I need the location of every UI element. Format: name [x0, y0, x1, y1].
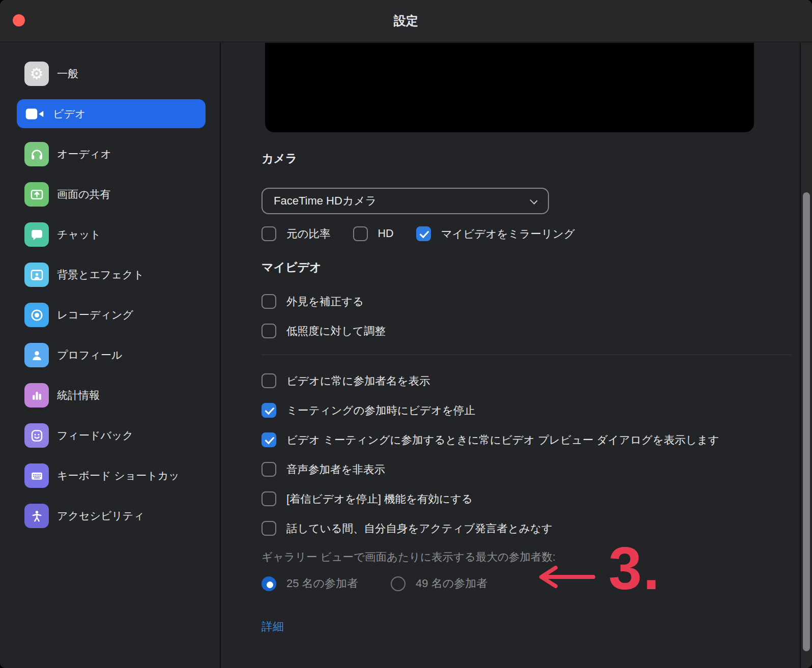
sidebar-item-chat[interactable]: チャット	[17, 222, 206, 247]
sidebar-item-label: 一般	[57, 67, 78, 81]
window-title: 設定	[394, 13, 418, 29]
sidebar-item-label: プロフィール	[57, 348, 122, 362]
gallery-radio-group: 25 名の参加者 49 名の参加者	[262, 576, 794, 591]
annotation-step-number: 3.	[608, 538, 660, 598]
camera-section-title: カメラ	[262, 151, 794, 166]
video-preview	[265, 43, 754, 132]
sidebar-item-keyboard-shortcuts[interactable]: キーボード ショートカッ	[17, 463, 206, 488]
sidebar-item-video[interactable]: ビデオ	[17, 99, 206, 128]
sidebar-item-accessibility[interactable]: アクセシビリティ	[17, 504, 206, 528]
checkbox[interactable]	[262, 226, 276, 241]
sidebar-item-label: ビデオ	[53, 107, 85, 121]
sidebar: ⚙︎ 一般 ビデオ オーディオ 画面の共有 チャット	[0, 43, 221, 668]
sidebar-item-statistics[interactable]: 統計情報	[17, 383, 206, 408]
checkbox[interactable]	[262, 521, 276, 536]
section-divider	[262, 355, 792, 355]
checkbox-spotlight-when-speaking[interactable]: 話している間、自分自身をアクティブ発言者とみなす	[262, 520, 794, 536]
checkbox-stop-incoming-video[interactable]: [着信ビデオを停止] 機能を有効にする	[262, 491, 794, 506]
checkbox[interactable]	[262, 403, 276, 418]
checkbox-always-show-names[interactable]: ビデオに常に参加者名を表示	[262, 373, 794, 388]
gear-icon: ⚙︎	[24, 62, 49, 86]
sidebar-item-label: 統計情報	[57, 388, 100, 402]
checkbox[interactable]	[262, 491, 276, 506]
advanced-link[interactable]: 詳細	[262, 619, 284, 634]
sidebar-item-profile[interactable]: プロフィール	[17, 343, 206, 367]
checkbox-original-ratio[interactable]: 元の比率	[262, 226, 331, 241]
chat-bubble-icon	[24, 222, 49, 247]
meeting-options-list: ビデオに常に参加者名を表示 ミーティングの参加時にビデオを停止 ビデオ ミーティ…	[262, 373, 794, 536]
my-video-section-title: マイビデオ	[262, 259, 794, 275]
smiley-icon	[24, 423, 49, 448]
sidebar-item-label: キーボード ショートカッ	[57, 469, 180, 483]
checkbox-adjust-low-light[interactable]: 低照度に対して調整	[262, 323, 794, 338]
camera-select-value: FaceTime HDカメラ	[274, 193, 376, 209]
video-settings-panel: カメラ FaceTime HDカメラ 元の比率 HD マイビデオをミラーリング …	[222, 43, 799, 668]
close-button[interactable]	[13, 14, 25, 26]
checkbox-touch-up-appearance[interactable]: 外見を補正する	[262, 294, 794, 309]
accessibility-icon	[24, 504, 49, 528]
titlebar: 設定	[0, 0, 812, 42]
gallery-view-label: ギャラリー ビューで画面あたりに表示する最大の参加者数:	[262, 549, 794, 564]
sidebar-item-general[interactable]: ⚙︎ 一般	[17, 62, 206, 86]
checkbox[interactable]	[416, 226, 431, 241]
record-circle-icon	[24, 303, 49, 327]
checkbox-hd[interactable]: HD	[353, 226, 394, 241]
sidebar-item-background-effects[interactable]: 背景とエフェクト	[17, 263, 206, 287]
sidebar-item-label: フィードバック	[57, 428, 133, 443]
camera-select[interactable]: FaceTime HDカメラ	[262, 188, 549, 214]
checkbox[interactable]	[353, 226, 368, 241]
sidebar-item-label: 画面の共有	[57, 187, 111, 201]
sidebar-item-recording[interactable]: レコーディング	[17, 303, 206, 327]
settings-window: 設定 ⚙︎ 一般 ビデオ オーディオ 画面の共有	[0, 0, 812, 668]
checkbox[interactable]	[262, 462, 276, 477]
sidebar-item-label: チャット	[57, 227, 101, 242]
sidebar-item-label: アクセシビリティ	[57, 509, 144, 523]
scrollbar-thumb[interactable]	[803, 192, 810, 651]
screen-share-icon	[24, 182, 49, 207]
sidebar-item-audio[interactable]: オーディオ	[17, 142, 206, 166]
checkbox[interactable]	[262, 432, 276, 447]
sidebar-item-label: オーディオ	[57, 147, 111, 161]
sidebar-item-feedback[interactable]: フィードバック	[17, 423, 206, 448]
checkbox-mirror-my-video[interactable]: マイビデオをミラーリング	[416, 226, 575, 241]
sidebar-item-label: 背景とエフェクト	[57, 268, 144, 282]
scrollbar-track[interactable]	[800, 43, 812, 668]
background-person-icon	[24, 263, 49, 287]
bar-chart-icon	[24, 383, 49, 408]
chevron-down-icon	[530, 196, 537, 204]
sidebar-item-label: レコーディング	[57, 308, 133, 322]
checkbox-show-video-preview-dialog[interactable]: ビデオ ミーティングに参加するときに常にビデオ プレビュー ダイアログを表示しま…	[262, 432, 794, 447]
annotation-arrow-icon	[533, 564, 596, 590]
checkbox[interactable]	[262, 324, 276, 338]
checkbox-hide-non-video-participants[interactable]: 音声参加者を非表示	[262, 461, 794, 477]
keyboard-icon	[24, 463, 49, 488]
checkbox[interactable]	[262, 373, 276, 388]
checkbox-stop-video-on-join[interactable]: ミーティングの参加時にビデオを停止	[262, 402, 794, 418]
sidebar-item-screen-share[interactable]: 画面の共有	[17, 182, 206, 207]
camera-options-row: 元の比率 HD マイビデオをミラーリング	[262, 226, 794, 241]
radio-49-participants[interactable]	[391, 576, 405, 591]
checkbox[interactable]	[262, 294, 276, 309]
person-icon	[24, 343, 49, 367]
video-camera-icon	[24, 102, 45, 126]
headphones-icon	[24, 142, 49, 166]
radio-25-participants[interactable]	[262, 576, 276, 591]
